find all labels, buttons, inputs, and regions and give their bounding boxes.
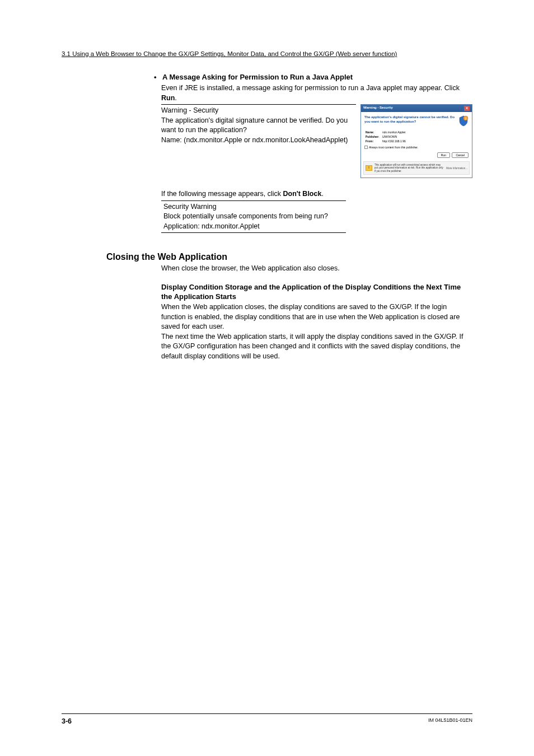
msg2-line2: Block potentially unsafe components from… [163,212,344,222]
heading-closing-web-app: Closing the Web Application [106,252,472,262]
dialog-body: The application's digital signature cann… [361,112,472,161]
msg1-line3: Name: (ndx.monitor.Apple or ndx.monitor.… [161,136,356,146]
security-warning-text: Warning - Security The application's dig… [161,104,356,145]
checkbox-icon[interactable] [364,146,368,149]
name-label: Name: [366,130,382,134]
heading-java-applet-permission: • A Message Asking for Permission to Run… [154,73,472,81]
dialog-buttons: Run Cancel [364,152,469,158]
msg2-line3: Application: ndx.monitor.Applet [163,222,344,232]
dialog-lower-warning: ! This application will run with unrestr… [363,161,470,175]
display-condition-p2: The next time the Web application starts… [161,332,472,362]
intro-paragraph: Even if JRE is installed, a message aski… [161,83,472,103]
followup-paragraph: If the following message appears, click … [161,189,472,199]
dialog-title: Warning - Security [363,106,393,111]
run-button[interactable]: Run [437,152,450,158]
shield-warning-icon: ! [458,115,469,127]
close-icon[interactable]: X [464,106,470,111]
cancel-button[interactable]: Cancel [452,152,469,158]
java-security-dialog: Warning - Security X The application's d… [360,104,472,178]
always-trust-label: Always trust content from this publisher… [369,146,418,149]
msg2-line1: Security Warning [163,202,344,212]
page-number: 3-6 [62,717,72,725]
svg-text:!: ! [465,117,466,120]
from-label: From: [366,139,382,143]
name-value: ndx.monitor.Applet [382,130,405,134]
warning-triangle-icon: ! [366,165,372,171]
dialog-question: The application's digital signature cann… [364,115,456,124]
always-trust-checkbox-row[interactable]: Always trust content from this publisher… [364,146,469,149]
page-footer: 3-6 IM 04L51B01-01EN [62,713,472,725]
page-header-section-ref: 3.1 Using a Web Browser to Change the GX… [62,50,472,57]
dialog-fields: Name:ndx.monitor.Applet Publisher:UNKNOW… [366,130,469,143]
msg1-line1: Warning - Security [161,106,356,116]
from-value: http://192.168.1.96 [382,139,406,143]
security-warning-box-2: Security Warning Block potentially unsaf… [161,200,346,234]
document-code: IM 04L51B01-01EN [428,717,472,725]
heading-display-condition-storage: Display Condition Storage and the Applic… [161,283,472,302]
publisher-label: Publisher: [366,134,382,139]
display-condition-p1: When the Web application closes, the dis… [161,302,472,332]
heading-text: A Message Asking for Permission to Run a… [162,73,353,81]
dialog-question-row: The application's digital signature cann… [364,115,469,127]
bullet: • [154,73,157,81]
warning-risk-text: This application will run with unrestric… [374,164,444,172]
msg1-line2: The application's digital signature cann… [161,116,356,136]
security-warning-row: Warning - Security The application's dig… [161,104,472,178]
closing-paragraph: When close the browser, the Web applicat… [161,264,472,274]
publisher-value: UNKNOWN [382,135,397,138]
more-info-link[interactable]: More Information... [446,167,467,170]
dialog-titlebar: Warning - Security X [361,105,472,112]
